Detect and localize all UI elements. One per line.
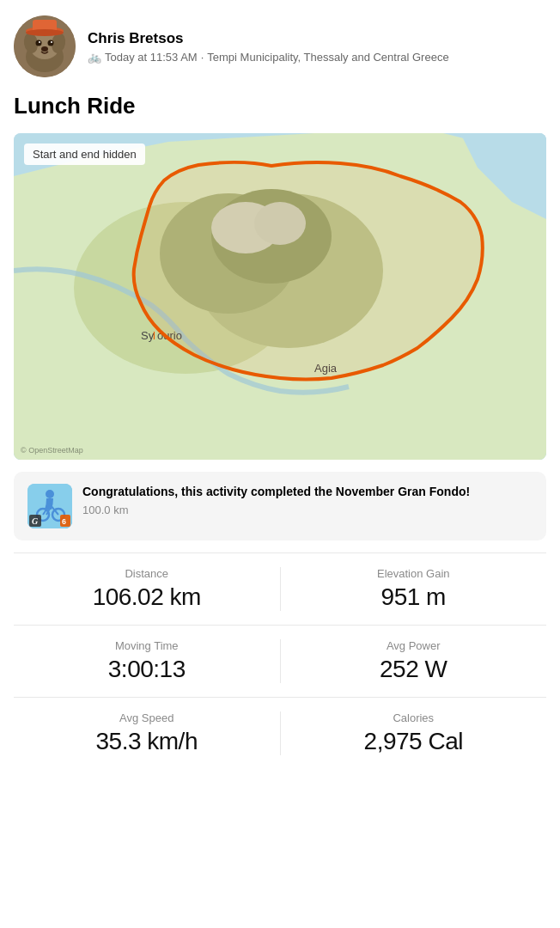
moving-time-value: 3:00:13 (14, 656, 280, 683)
svg-point-9 (41, 46, 48, 52)
calories-value: 2,975 Cal (281, 728, 547, 755)
stats-row-2: Moving Time 3:00:13 Avg Power 252 W (14, 625, 546, 697)
moving-time-label: Moving Time (14, 639, 280, 652)
congrats-card: G 6 Congratulations, this activity compl… (14, 472, 546, 540)
svg-text:6: 6 (62, 517, 66, 526)
bike-icon: 🚲 (88, 51, 101, 64)
svg-point-29 (46, 490, 54, 498)
stat-moving-time: Moving Time 3:00:13 (14, 639, 281, 683)
username[interactable]: Chris Bretsos (88, 30, 546, 47)
svg-point-13 (26, 29, 64, 36)
svg-text:G: G (32, 516, 39, 526)
meta-time: Today at 11:53 AM (105, 51, 198, 64)
challenge-icon: G 6 (27, 484, 72, 528)
stat-avg-speed: Avg Speed 35.3 km/h (14, 711, 281, 755)
start-end-label: Start and end hidden (33, 148, 137, 161)
svg-text:l: l (153, 329, 155, 342)
congrats-subtitle: 100.0 km (82, 504, 533, 516)
congrats-title: Congratulations, this activity completed… (82, 484, 533, 500)
activity-map[interactable]: Sy l ourio Agia © OpenStreetMap Start an… (14, 133, 546, 460)
activity-title-section: Lunch Ride (0, 89, 560, 133)
meta-location: Tempi Municipality, Thessaly and Central… (207, 51, 448, 64)
distance-value: 106.02 km (14, 583, 280, 611)
stat-calories: Calories 2,975 Cal (281, 711, 547, 755)
svg-point-6 (48, 40, 54, 46)
avg-speed-value: 35.3 km/h (14, 728, 280, 755)
meta-separator: · (201, 51, 204, 64)
header-text: Chris Bretsos 🚲 Today at 11:53 AM · Temp… (88, 30, 546, 64)
start-end-badge: Start and end hidden (24, 143, 145, 165)
svg-point-5 (36, 40, 42, 46)
avg-power-value: 252 W (281, 656, 547, 683)
stat-distance: Distance 106.02 km (14, 567, 281, 611)
congrats-text: Congratulations, this activity completed… (82, 484, 533, 516)
avg-power-label: Avg Power (281, 639, 547, 652)
avatar[interactable] (14, 15, 76, 77)
stat-avg-power: Avg Power 252 W (281, 639, 547, 683)
svg-point-8 (51, 41, 52, 43)
stats-row-1: Distance 106.02 km Elevation Gain 951 m (14, 553, 546, 625)
svg-text:© OpenStreetMap: © OpenStreetMap (21, 446, 83, 455)
distance-label: Distance (14, 567, 280, 580)
calories-label: Calories (281, 711, 547, 724)
avg-speed-label: Avg Speed (14, 711, 280, 724)
activity-header: Chris Bretsos 🚲 Today at 11:53 AM · Temp… (0, 0, 560, 89)
stat-elevation: Elevation Gain 951 m (281, 567, 547, 611)
stats-section: Distance 106.02 km Elevation Gain 951 m … (14, 553, 546, 769)
stats-row-3: Avg Speed 35.3 km/h Calories 2,975 Cal (14, 697, 546, 769)
activity-meta: 🚲 Today at 11:53 AM · Tempi Municipality… (88, 51, 546, 64)
elevation-value: 951 m (281, 583, 547, 611)
activity-title: Lunch Ride (14, 93, 546, 119)
elevation-label: Elevation Gain (281, 567, 547, 580)
svg-point-7 (39, 41, 40, 43)
